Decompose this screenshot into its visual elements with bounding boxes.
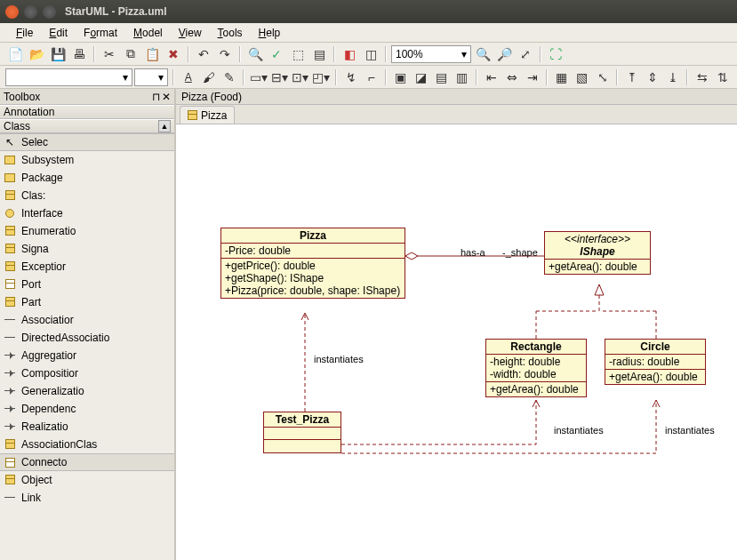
- model-check-button[interactable]: ✓: [267, 44, 286, 64]
- send-back-button[interactable]: ◪: [412, 68, 430, 87]
- font-combo[interactable]: ▾: [5, 68, 132, 86]
- new-button[interactable]: 📄: [5, 44, 25, 64]
- open-button[interactable]: 📂: [27, 44, 46, 64]
- tool-icon: [4, 261, 16, 272]
- interface-ishape[interactable]: <<interface>>IShape +getArea(): double: [544, 231, 651, 275]
- diagram-canvas[interactable]: has-a -_shape instantiates instantiates …: [176, 124, 737, 560]
- tab-pizza[interactable]: Pizza: [180, 106, 235, 124]
- class-pizza[interactable]: Pizza -Price: double +getPrice(): double…: [220, 228, 405, 299]
- suppress-attr-button[interactable]: ⊟▾: [270, 68, 289, 87]
- zoom-out-button[interactable]: 🔎: [494, 44, 514, 64]
- font-color-button[interactable]: A: [179, 68, 197, 87]
- zoom-fit-button[interactable]: ⤢: [516, 44, 535, 64]
- maximize-button[interactable]: [43, 5, 56, 19]
- zoom-in-button[interactable]: 🔍: [473, 44, 493, 64]
- align-right-button[interactable]: ⇥: [523, 68, 541, 87]
- redo-button[interactable]: ↷: [215, 44, 235, 64]
- toolbox-item-port[interactable]: Port: [0, 276, 174, 293]
- space-h-button[interactable]: ⇆: [693, 68, 711, 87]
- diagram-button[interactable]: ▤: [309, 44, 329, 64]
- toolbox-item-signa[interactable]: Signa: [0, 240, 174, 258]
- tool-icon: ↖: [4, 137, 16, 148]
- section-annotation[interactable]: Annotation: [0, 105, 174, 119]
- tool-icon: [4, 172, 16, 183]
- tool-icon: [4, 244, 16, 254]
- menu-model[interactable]: Model: [126, 25, 170, 41]
- tool-icon: [4, 315, 16, 325]
- fontsize-combo[interactable]: ▾: [134, 68, 168, 86]
- delete-button[interactable]: ✖: [164, 44, 183, 64]
- close-button[interactable]: [5, 5, 19, 19]
- toolbox-item-associationclas[interactable]: AssociationClas: [0, 436, 174, 453]
- toolbox-item-generalizatio[interactable]: Generalizatio: [0, 382, 174, 400]
- zoom-combo[interactable]: 100%▾: [391, 45, 471, 63]
- toolbox-item-subsystem[interactable]: Subsystem: [0, 151, 174, 169]
- class-circle[interactable]: Circle -radius: double +getArea(): doubl…: [605, 339, 706, 385]
- group-button[interactable]: ▦: [552, 68, 571, 87]
- tool-icon: [4, 386, 16, 396]
- toolbox-item-package[interactable]: Package: [0, 169, 174, 187]
- suppress-op-button[interactable]: ⊡▾: [291, 68, 309, 87]
- toolbox-item-clas[interactable]: Clas:: [0, 187, 174, 204]
- toolbox-item-exceptior[interactable]: Exceptior: [0, 258, 174, 276]
- menu-format[interactable]: Format: [76, 25, 124, 41]
- print-button[interactable]: 🖶: [69, 44, 89, 64]
- save-button[interactable]: 💾: [48, 44, 68, 64]
- align-bottom-button[interactable]: ⤓: [663, 68, 682, 87]
- copy-button[interactable]: ⧉: [121, 44, 140, 64]
- toolbox-item-enumeratio[interactable]: Enumeratio: [0, 222, 174, 240]
- line-style-button[interactable]: ↯: [341, 68, 360, 87]
- send-backward-button[interactable]: ▥: [453, 68, 471, 87]
- space-v-button[interactable]: ⇅: [713, 68, 732, 87]
- color-button[interactable]: ◧: [340, 44, 359, 64]
- stereotype-button[interactable]: ▭▾: [249, 68, 268, 87]
- menu-file[interactable]: File: [9, 25, 40, 41]
- resize-button[interactable]: ⤡: [593, 68, 612, 87]
- ungroup-button[interactable]: ▧: [573, 68, 591, 87]
- find-button[interactable]: 🔍: [245, 44, 265, 64]
- menu-edit[interactable]: Edit: [42, 25, 75, 41]
- diagram-icon: [188, 110, 197, 120]
- line-color-button[interactable]: ✎: [220, 68, 238, 87]
- menu-tools[interactable]: Tools: [211, 25, 250, 41]
- toolbox-item-associatior[interactable]: Associatior: [0, 311, 174, 329]
- align-center-button[interactable]: ⇔: [502, 68, 521, 87]
- line-rect-button[interactable]: ⌐: [362, 68, 381, 87]
- toolbox-item-compositior[interactable]: Compositior: [0, 364, 174, 382]
- elements-button[interactable]: ⬚: [288, 44, 308, 64]
- toolbox-item-connecto[interactable]: Connecto: [0, 453, 174, 471]
- bring-forward-button[interactable]: ▤: [432, 68, 451, 87]
- palette-button[interactable]: ◫: [361, 44, 381, 64]
- toolbox-item-dependenc[interactable]: Dependenc: [0, 400, 174, 418]
- bring-front-button[interactable]: ▣: [391, 68, 410, 87]
- paste-button[interactable]: 📋: [142, 44, 162, 64]
- align-left-button[interactable]: ⇤: [482, 68, 501, 87]
- fill-color-button[interactable]: 🖌: [199, 68, 218, 87]
- close-icon[interactable]: ✕: [162, 91, 171, 103]
- toolbox-item-object[interactable]: Object: [0, 471, 174, 489]
- minimize-button[interactable]: [24, 5, 37, 19]
- menu-help[interactable]: Help: [252, 25, 288, 41]
- scroll-up-icon[interactable]: ▲: [158, 120, 171, 132]
- class-testpizza[interactable]: Test_Pizza: [263, 412, 341, 453]
- undo-button[interactable]: ↶: [194, 44, 213, 64]
- toolbox-item-realizatio[interactable]: Realizatio: [0, 418, 174, 436]
- zoom-value: 100%: [396, 48, 423, 60]
- show-op-sig-button[interactable]: ◰▾: [311, 68, 331, 87]
- toolbox-item-interface[interactable]: Interface: [0, 204, 174, 222]
- cut-button[interactable]: ✂: [100, 44, 119, 64]
- toolbox-item-selec[interactable]: ↖Selec: [0, 133, 174, 151]
- section-class[interactable]: Class ▲: [0, 119, 174, 133]
- toolbox-item-directedassociatio[interactable]: DirectedAssociatio: [0, 329, 174, 347]
- pin-icon[interactable]: ⊓: [152, 91, 160, 103]
- menu-view[interactable]: View: [172, 25, 209, 41]
- class-rectangle[interactable]: Rectangle -height: double -width: double…: [485, 339, 587, 397]
- align-middle-button[interactable]: ⇕: [643, 68, 661, 87]
- toolbox-item-part[interactable]: Part: [0, 293, 174, 311]
- toolbox-item-link[interactable]: Link: [0, 489, 174, 507]
- toolbox-item-aggregatior[interactable]: Aggregatior: [0, 347, 174, 364]
- fullscreen-button[interactable]: ⛶: [546, 44, 565, 64]
- align-top-button[interactable]: ⤒: [622, 68, 641, 87]
- tabbar: Pizza: [176, 105, 737, 124]
- tool-icon: [4, 421, 16, 432]
